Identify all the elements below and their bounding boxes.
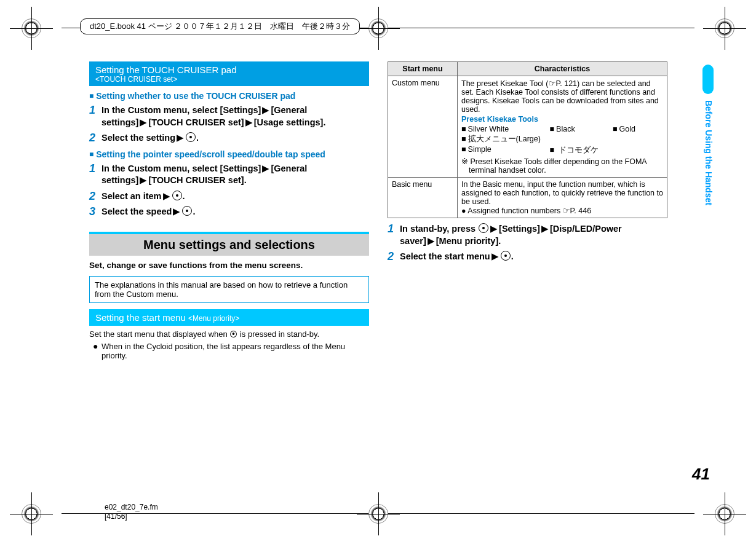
step-2: 2 Select the setting▶. (89, 132, 369, 144)
tab-bar (702, 65, 714, 94)
bullet-list: ● When in the Cycloid position, the list… (89, 341, 369, 360)
step-1: 1 In the Custom menu, select [Settings]▶… (89, 163, 369, 187)
step-number: 3 (89, 206, 98, 217)
text: [Menu priority]. (436, 236, 501, 246)
registration-mark-icon (368, 504, 388, 524)
page-number: 41 (692, 465, 710, 484)
text: [TOUCH CRUISER set]. (148, 175, 246, 185)
step-list: 1 In the Custom menu, select [Settings]▶… (89, 163, 369, 218)
triangle-icon: ▶ (490, 224, 498, 234)
subsection-title: ■Setting whether to use the TOUCH CRUISE… (89, 91, 369, 101)
triangle-icon: ▶ (262, 164, 269, 173)
tools-row: ■Silver White ■Black ■Gold (461, 125, 663, 133)
text: Simple (468, 145, 491, 154)
step-number: 1 (388, 223, 396, 234)
bullet-icon: ● (461, 207, 466, 215)
tool-item: ■拡大メニュー(Large) (461, 135, 541, 143)
source-file-label: dt20_E.book 41 ページ ２００７年１２月１２日 水曜日 午後２時３… (80, 18, 360, 34)
registration-mark-icon (22, 18, 41, 38)
text: Assigned function numbers ☞P. 446 (468, 207, 591, 215)
text: In the Basic menu, input the function nu… (461, 180, 663, 206)
header-title: Setting the start menu (95, 312, 186, 323)
preset-title: Preset Kisekae Tools (461, 115, 663, 124)
registration-mark-icon (715, 504, 734, 524)
square-icon: ■ (461, 145, 466, 154)
step-1: 1 In the Custom menu, select [Settings]▶… (89, 104, 369, 128)
step-body: Select the start menu▶. (400, 251, 667, 263)
text: Select the speed (101, 207, 172, 216)
note-box: The explanations in this manual are base… (89, 276, 369, 303)
characteristics-table: Start menu Characteristics Custom menu T… (388, 61, 667, 218)
triangle-icon: ▶ (163, 191, 170, 201)
text: Black (556, 125, 575, 133)
tool-item: ■ ドコモダケ (550, 145, 664, 156)
text: In the Custom menu, select [Settings] (101, 164, 261, 173)
tool-item: ■Black (550, 125, 613, 133)
text: The preset Kisekae Tool (☞P. 121) can be… (461, 79, 663, 114)
section-title-text: Menu settings and selections (89, 234, 369, 256)
header-subtitle: <Menu priority> (188, 314, 239, 323)
registration-mark-icon (22, 504, 41, 524)
square-icon: ■ (89, 92, 94, 100)
left-column: Setting the TOUCH CRUISER pad <TOUCH CRU… (89, 61, 369, 363)
square-icon: ■ (613, 125, 618, 133)
subsection-text: Setting whether to use the TOUCH CRUISER… (96, 91, 295, 101)
feature-header: Setting the start menu <Menu priority> (89, 309, 369, 326)
feature-header: Setting the TOUCH CRUISER pad <TOUCH CRU… (89, 61, 369, 86)
table-row: Basic menu In the Basic menu, input the … (388, 178, 667, 218)
bullet-icon: ● (93, 341, 98, 351)
registration-mark-icon (715, 18, 734, 38)
tool-item: ■Silver White (461, 125, 550, 133)
footer-text: e02_dt20_7e.fm [41/56] (105, 503, 158, 521)
ok-button-icon (172, 191, 182, 200)
side-tab: Before Using the Handset (701, 65, 714, 231)
step-3: 3 Select the speed▶. (89, 206, 369, 218)
step-number: 2 (388, 251, 396, 262)
step-number: 2 (89, 132, 98, 143)
triangle-icon: ▶ (428, 236, 435, 246)
text: When in the Cycloid position, the list a… (101, 342, 345, 360)
text: ドコモダケ (559, 146, 599, 154)
ok-button-icon (479, 223, 488, 233)
step-body: In the Custom menu, select [Settings]▶[G… (101, 163, 369, 187)
header-subtitle: <TOUCH CRUISER set> (95, 75, 363, 84)
header-title: Setting the TOUCH CRUISER pad (95, 65, 363, 75)
right-column: Start menu Characteristics Custom menu T… (388, 61, 667, 363)
step-number: 1 (89, 163, 98, 174)
square-icon: ■ (550, 125, 555, 133)
triangle-icon: ▶ (491, 251, 499, 261)
triangle-icon: ▶ (177, 133, 184, 143)
cell-body: The preset Kisekae Tool (☞P. 121) can be… (458, 76, 667, 178)
step-body: Select an item▶. (101, 191, 369, 203)
footer-file: e02_dt20_7e.fm (105, 503, 158, 511)
text: [TOUCH CRUISER set] (148, 117, 244, 127)
text: Gold (619, 125, 635, 133)
step-1: 1 In stand-by, press ▶[Settings]▶[Disp/L… (388, 223, 667, 247)
step-list: 1 In stand-by, press ▶[Settings]▶[Disp/L… (388, 223, 667, 263)
th-start-menu: Start menu (388, 62, 458, 76)
list-item: ● Assigned function numbers ☞P. 446 (461, 206, 663, 215)
text: Silver White (468, 125, 509, 133)
text: In the Custom menu, select [Settings] (101, 105, 261, 115)
cell-label: Basic menu (388, 178, 458, 218)
triangle-icon: ▶ (140, 117, 147, 127)
triangle-icon: ▶ (541, 224, 549, 234)
step-body: Select the speed▶. (101, 206, 369, 218)
step-number: 1 (89, 104, 98, 116)
step-2: 2 Select an item▶. (89, 191, 369, 203)
registration-mark-icon (368, 18, 388, 38)
square-icon: ■ (461, 135, 466, 143)
intro-text: Set, change or save functions from the m… (89, 261, 369, 270)
cell-label: Custom menu (388, 76, 458, 178)
subsection-text: Setting the pointer speed/scroll speed/d… (96, 149, 325, 159)
square-icon: ■ (550, 146, 555, 154)
footer-page: [41/56] (105, 512, 158, 521)
triangle-icon: ▶ (245, 117, 253, 127)
th-characteristics: Characteristics (458, 62, 667, 76)
ok-button-icon (186, 132, 196, 142)
square-icon: ■ (89, 150, 94, 159)
tools-note: ※ Preset Kisekae Tools differ depending … (461, 157, 663, 175)
step-list: 1 In the Custom menu, select [Settings]▶… (89, 104, 369, 144)
section-name: Before Using the Handset (704, 100, 714, 205)
step-body: In stand-by, press ▶[Settings]▶[Disp/LED… (400, 223, 667, 247)
